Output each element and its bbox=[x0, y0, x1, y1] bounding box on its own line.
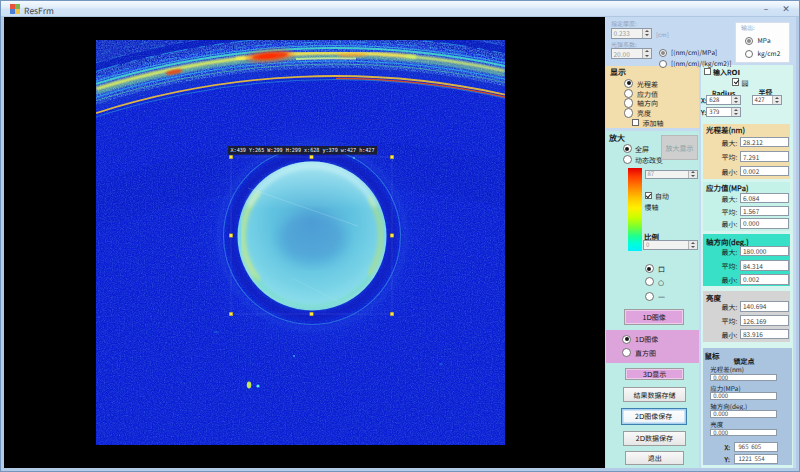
minimize-button[interactable]: – bbox=[758, 2, 774, 15]
mouse-bright-value[interactable]: 0.000 bbox=[710, 429, 777, 437]
slow-axis-label: 慢轴 bbox=[645, 203, 659, 211]
zoom-radio-fullscreen[interactable] bbox=[623, 144, 632, 153]
close-button[interactable]: ✕ bbox=[778, 2, 794, 15]
roi-radius-input[interactable]: 427 bbox=[752, 95, 783, 105]
window-title: ResFrm bbox=[24, 4, 54, 16]
roi-y-input-spinner[interactable] bbox=[731, 108, 740, 116]
zoom-radio-dynamic-label[interactable]: 动态改变 bbox=[635, 156, 663, 164]
circle-checkbox-label[interactable]: 圆 bbox=[742, 79, 749, 87]
output-radio-kg[interactable] bbox=[745, 50, 753, 58]
shape-radio-square[interactable] bbox=[645, 264, 654, 273]
auto-checkbox-label[interactable]: 自动 bbox=[655, 192, 669, 200]
stats-bright-avg-label: 平均: bbox=[711, 317, 738, 325]
scale-input-spinner[interactable] bbox=[688, 241, 697, 250]
stats-axis-avg-label: 平均: bbox=[711, 262, 738, 270]
roi-handle[interactable] bbox=[390, 312, 394, 316]
shape-radio-circle-label[interactable]: ○ bbox=[658, 278, 664, 286]
roi-handle[interactable] bbox=[229, 234, 233, 238]
stats-stress-max-label: 最大: bbox=[711, 195, 738, 203]
unit-radio-mpa-label: [(nm/cm)/MPa] bbox=[671, 49, 717, 57]
stats-bright-min-value[interactable]: 83.916 bbox=[740, 329, 789, 340]
shape-radio-line-label[interactable]: — bbox=[658, 292, 665, 300]
zoom-level-input-spinner[interactable] bbox=[688, 171, 697, 178]
auto-checkbox[interactable] bbox=[645, 192, 652, 199]
thickness-input[interactable]: 0.233 bbox=[611, 28, 652, 39]
roi-handle[interactable] bbox=[310, 155, 314, 159]
zoom-display-button[interactable]: 放大显示 bbox=[661, 135, 698, 160]
stats-path-min-value[interactable]: 0.002 bbox=[740, 166, 789, 177]
stats-title-bright: 亮度 bbox=[706, 293, 721, 302]
mouse-x-label: X: bbox=[725, 444, 731, 452]
thickness-input-spinner[interactable] bbox=[642, 29, 651, 38]
output-radio-mpa-label: MPa bbox=[758, 37, 771, 45]
display-radio-bright[interactable] bbox=[624, 108, 634, 118]
roi-handle[interactable] bbox=[390, 234, 394, 238]
3d-display-button[interactable]: 3D显示 bbox=[625, 368, 684, 380]
output-radio-mpa[interactable] bbox=[745, 37, 753, 45]
roi-handle[interactable] bbox=[229, 312, 233, 316]
client-area: X:439 Y:265 W:299 H:299 x:628 y:379 w:42… bbox=[4, 17, 796, 468]
save-2d-image-button[interactable]: 2D图像保存 bbox=[621, 408, 687, 425]
roi-x-input[interactable]: 628 bbox=[706, 95, 741, 105]
titlebar[interactable]: ResFrm – ✕ bbox=[1, 1, 799, 17]
view-radio-1d[interactable] bbox=[622, 335, 631, 344]
display-radio-stress-label[interactable]: 应力值 bbox=[637, 90, 658, 98]
stats-stress-min-value[interactable]: 0.000 bbox=[740, 218, 789, 229]
shape-radio-square-label[interactable]: 口 bbox=[658, 265, 665, 273]
zoom-title: 放大 bbox=[609, 133, 625, 143]
stats-axis-max-value[interactable]: 180.000 bbox=[740, 246, 789, 257]
mouse-y-value[interactable]: 1221 554 bbox=[734, 454, 779, 464]
coefficient-input[interactable]: 20.00 bbox=[611, 48, 652, 59]
view-radio-histogram-label[interactable]: 直方图 bbox=[635, 349, 656, 357]
input-roi-checkbox-label[interactable]: 输入ROI bbox=[713, 68, 740, 76]
add-axis-checkbox-label[interactable]: 添加轴 bbox=[643, 119, 664, 127]
roi-y-input[interactable]: 379 bbox=[706, 107, 741, 117]
zoom-level-input[interactable]: 87 bbox=[645, 170, 698, 179]
stats-stress-avg-value[interactable]: 1.567 bbox=[740, 206, 789, 217]
scale-input[interactable]: 0 bbox=[643, 240, 698, 251]
stats-path-max-value[interactable]: 28.212 bbox=[740, 137, 789, 148]
colormap-image[interactable]: X:439 Y:265 W:299 H:299 x:628 y:379 w:42… bbox=[96, 40, 505, 445]
view-radio-1d-label[interactable]: 1D图像 bbox=[635, 335, 658, 343]
display-radio-path-label[interactable]: 光程差 bbox=[637, 80, 658, 88]
shape-radio-line[interactable] bbox=[645, 292, 654, 301]
display-radio-axis[interactable] bbox=[624, 98, 634, 108]
stats-bright-max-value[interactable]: 140.694 bbox=[740, 301, 789, 312]
stats-stress-max-value[interactable]: 6.084 bbox=[740, 193, 789, 204]
exit-button[interactable]: 退出 bbox=[625, 451, 684, 465]
stats-axis-min-label: 最小: bbox=[711, 276, 738, 284]
1d-image-button[interactable]: 1D图像 bbox=[624, 309, 685, 324]
stats-section-bright: 亮度最大:140.694平均:126.169最小:83.916 bbox=[703, 291, 790, 342]
roi-handle[interactable] bbox=[229, 155, 233, 159]
roi-handle[interactable] bbox=[390, 155, 394, 159]
mouse-path-value[interactable]: 0.000 bbox=[710, 374, 777, 382]
stats-path-min-label: 最小: bbox=[711, 168, 738, 176]
save-2d-data-button[interactable]: 2D数据保存 bbox=[623, 431, 687, 446]
stats-title-stress: 应力值(MPa) bbox=[706, 183, 749, 192]
stats-title-axis: 轴方向(deg.) bbox=[706, 237, 749, 246]
unit-radio-mpa[interactable] bbox=[659, 49, 667, 57]
save-result-button[interactable]: 结果数据存储 bbox=[623, 387, 687, 402]
stats-axis-min-value[interactable]: 0.002 bbox=[740, 274, 789, 285]
stats-axis-avg-value[interactable]: 84.314 bbox=[740, 260, 789, 271]
shape-radio-circle[interactable] bbox=[645, 277, 654, 286]
roi-handle[interactable] bbox=[310, 312, 314, 316]
mouse-x-value[interactable]: 965 605 bbox=[734, 442, 779, 452]
display-radio-axis-label[interactable]: 轴方向 bbox=[637, 99, 658, 107]
stats-bright-avg-value[interactable]: 126.169 bbox=[740, 315, 789, 326]
add-axis-checkbox[interactable] bbox=[632, 119, 639, 126]
stats-path-avg-label: 平均: bbox=[711, 153, 738, 161]
roi-radius-input-spinner[interactable] bbox=[772, 96, 781, 104]
zoom-radio-fullscreen-label[interactable]: 全屏 bbox=[635, 145, 649, 153]
stats-path-avg-value[interactable]: 7.291 bbox=[740, 151, 789, 162]
roi-x-input-spinner[interactable] bbox=[731, 96, 740, 104]
mouse-stress-value[interactable]: 0.000 bbox=[710, 392, 777, 400]
circle-checkbox[interactable] bbox=[732, 78, 740, 86]
roi-annotation-text: X:439 Y:265 W:299 H:299 x:628 y:379 w:42… bbox=[231, 147, 375, 154]
display-radio-bright-label[interactable]: 亮度 bbox=[637, 109, 651, 117]
input-roi-checkbox[interactable] bbox=[704, 68, 712, 76]
zoom-radio-dynamic[interactable] bbox=[623, 155, 632, 164]
mouse-axis-value[interactable]: 0.000 bbox=[710, 410, 777, 418]
coefficient-input-spinner[interactable] bbox=[642, 49, 651, 58]
unit-radio-kg[interactable] bbox=[659, 60, 667, 68]
